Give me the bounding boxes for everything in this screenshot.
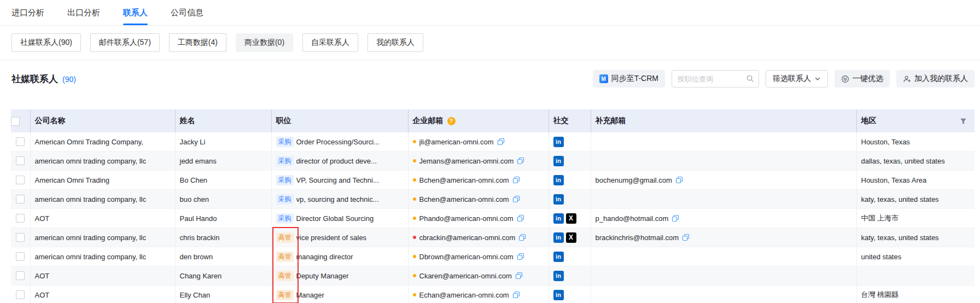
contact-source-filter-2[interactable]: 工商数据(4): [169, 33, 226, 52]
copy-icon[interactable]: [512, 291, 520, 299]
linkedin-icon[interactable]: in: [553, 213, 564, 224]
company-header-label: 公司名称: [35, 116, 66, 125]
extra_email-header-label: 补充邮箱: [596, 116, 626, 125]
region-text: 台灣 桃園縣: [861, 290, 899, 299]
contact-name: jedd emans: [180, 157, 217, 165]
row-checkbox[interactable]: [16, 176, 25, 184]
company-cell: american omni trading company, llc: [30, 228, 175, 247]
linkedin-icon[interactable]: in: [553, 175, 564, 185]
social-icons: inX: [553, 228, 591, 247]
position-title: Order Processing/Sourci...: [296, 138, 380, 146]
linkedin-icon[interactable]: in: [553, 252, 564, 262]
row-checkbox[interactable]: [16, 214, 25, 223]
linkedin-icon[interactable]: in: [553, 232, 564, 243]
region-text: united states: [861, 253, 902, 261]
table-row: AOTPaul Hando采购Director Global SourcingP…: [11, 209, 975, 228]
linkedin-icon[interactable]: in: [553, 194, 564, 205]
row-checkbox[interactable]: [16, 290, 25, 299]
row-checkbox[interactable]: [16, 233, 25, 242]
region-cell: katy, texas, united states: [856, 190, 975, 209]
section-header: 社媒联系人 (90) M 同步至T-CRM 筛选联系人: [11, 70, 975, 88]
copy-icon[interactable]: [518, 234, 526, 241]
detail-tab-0[interactable]: 进口分析: [11, 8, 44, 25]
select-cell: [11, 190, 30, 209]
position-header-label: 职位: [276, 116, 291, 125]
linkedin-icon[interactable]: in: [553, 271, 564, 281]
filter-funnel-icon[interactable]: [960, 118, 967, 125]
region-header: 地区: [861, 116, 975, 126]
row-checkbox[interactable]: [16, 271, 25, 280]
contact-source-filter-3[interactable]: 商业数据(0): [236, 33, 293, 52]
x-icon[interactable]: X: [566, 213, 576, 224]
copy-icon[interactable]: [512, 176, 520, 184]
name-cell: den brown: [175, 247, 271, 266]
add-to-my-contacts-label: 加入我的联系人: [914, 74, 968, 84]
select-cell: [11, 266, 30, 285]
linkedin-icon[interactable]: in: [553, 156, 564, 166]
contact-source-filter-5[interactable]: 我的联系人: [368, 33, 423, 52]
linkedin-icon[interactable]: in: [553, 290, 564, 300]
col-header-extra_email: 补充邮箱: [591, 109, 856, 132]
company-cell: american omni trading company, llc: [30, 190, 175, 209]
position-content: 高管Manager: [276, 285, 408, 303]
region-header-label: 地区: [861, 116, 877, 126]
contact-source-filter-4[interactable]: 自采联系人: [302, 33, 358, 52]
table-row: american omni trading company, llcjedd e…: [11, 152, 975, 171]
social-cell: in: [549, 285, 591, 303]
detail-tab-1[interactable]: 出口分析: [67, 8, 100, 25]
extra-email-address: bochenumg@gmail.com: [596, 176, 672, 184]
position-content: 采购Director Global Sourcing: [276, 209, 408, 228]
social-cell: inX: [549, 209, 591, 228]
filter-contacts-dropdown[interactable]: 筛选联系人: [766, 70, 828, 88]
company-name: American Omni Trading: [35, 176, 110, 184]
email-cell: Ckaren@american-omni.com: [408, 266, 549, 285]
email-address: Phando@american-omni.com: [419, 214, 514, 223]
contact-name: Elly Chan: [180, 291, 211, 299]
row-checkbox[interactable]: [16, 156, 25, 165]
sync-tcrm-button[interactable]: M 同步至T-CRM: [593, 70, 665, 88]
social-cell: in: [549, 171, 591, 190]
copy-icon[interactable]: [497, 138, 505, 145]
help-icon[interactable]: ?: [447, 117, 456, 125]
email-content: Phando@american-omni.com: [413, 209, 549, 228]
copy-icon[interactable]: [512, 195, 520, 203]
position-cell: 高管managing director: [271, 247, 408, 266]
copy-icon[interactable]: [672, 214, 679, 222]
copy-icon[interactable]: [675, 176, 683, 184]
linkedin-icon[interactable]: in: [553, 137, 564, 147]
detail-tab-3[interactable]: 公司信息: [171, 8, 203, 25]
contact-source-filter-1[interactable]: 邮件联系人(57): [90, 33, 160, 52]
row-checkbox[interactable]: [16, 252, 25, 261]
copy-icon[interactable]: [517, 157, 524, 165]
email-address: Bchen@american-omni.com: [419, 195, 509, 203]
select-all-checkbox[interactable]: [11, 117, 20, 126]
table-row: american omni trading company, llcbuo ch…: [11, 190, 975, 209]
region-text: dallas, texas, united states: [861, 157, 945, 165]
row-checkbox[interactable]: [16, 137, 25, 146]
one-click-optimize-button[interactable]: 一键优选: [835, 70, 890, 88]
position-title: vice president of sales: [296, 234, 367, 242]
position-cell: 采购Order Processing/Sourci...: [271, 132, 408, 152]
email-address: cbrackin@american-omni.com: [419, 234, 516, 242]
social-icons: inX: [553, 209, 591, 228]
copy-icon[interactable]: [517, 253, 524, 260]
social-icons: in: [553, 152, 591, 170]
section-title: 社媒联系人 (90): [11, 73, 76, 85]
search-icon[interactable]: [746, 74, 754, 83]
select-cell: [11, 132, 30, 152]
position-content: 采购director of product deve...: [276, 152, 408, 170]
position-cell: 采购vp, sourcing and technic...: [271, 190, 408, 209]
copy-icon[interactable]: [517, 214, 524, 222]
col-header-name: 姓名: [175, 109, 271, 132]
x-icon[interactable]: X: [566, 232, 576, 243]
position-cell: 采购director of product deve...: [271, 152, 408, 171]
company-cell: American Omni Trading Company,: [30, 132, 175, 152]
copy-icon[interactable]: [515, 272, 523, 279]
contact-source-filter-0[interactable]: 社媒联系人(90): [11, 33, 81, 52]
detail-tab-2[interactable]: 联系人: [123, 8, 148, 25]
row-checkbox[interactable]: [16, 195, 25, 203]
position-cell: 高管vice president of sales: [271, 228, 408, 247]
region-text: katy, texas, united states: [861, 195, 939, 203]
add-to-my-contacts-button[interactable]: 加入我的联系人: [896, 70, 975, 88]
copy-icon[interactable]: [682, 234, 690, 241]
